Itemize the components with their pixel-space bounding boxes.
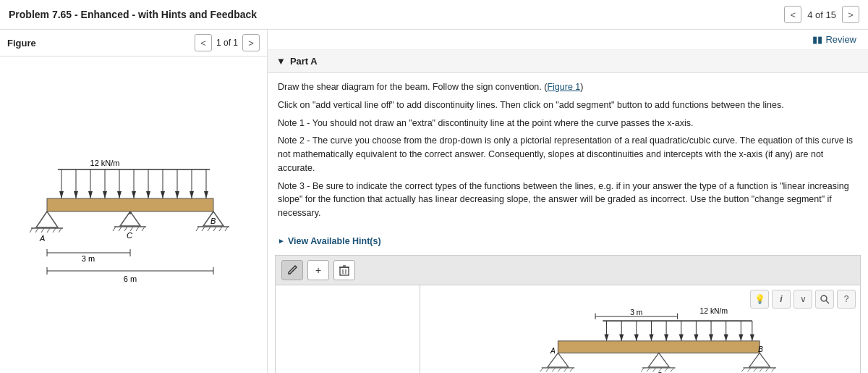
body: Figure < 1 of 1 > 12 kN/m	[0, 30, 868, 373]
svg-line-123	[772, 368, 775, 372]
hint-icon-button[interactable]: 💡	[750, 290, 769, 309]
info-icon-button[interactable]: i	[772, 290, 791, 309]
hint-link[interactable]: ► View Available Hint(s)	[268, 232, 868, 251]
collapse-icon[interactable]: ▼	[276, 56, 286, 67]
prev-problem-button[interactable]: <	[784, 6, 801, 23]
svg-marker-82	[664, 334, 668, 340]
plus-icon: +	[315, 264, 321, 276]
svg-marker-21	[190, 191, 194, 198]
svg-marker-74	[604, 334, 608, 340]
tool-icons-right: 💡 i ∨ ?	[750, 290, 856, 309]
expand-icon-button[interactable]: ∨	[793, 290, 812, 309]
svg-line-27	[30, 228, 33, 232]
svg-text:3 m: 3 m	[630, 308, 642, 316]
svg-marker-25	[36, 211, 58, 227]
svg-marker-88	[709, 334, 713, 340]
figure-label: Figure	[7, 38, 36, 49]
svg-marker-116	[749, 353, 770, 367]
mini-beam-svg: 12 kN/m 3 m	[420, 300, 860, 373]
note2: Note 2 - The curve you choose from the d…	[278, 134, 858, 175]
svg-line-102	[552, 368, 555, 372]
svg-line-42	[142, 227, 145, 231]
svg-line-114	[671, 368, 673, 372]
svg-line-38	[119, 227, 122, 231]
svg-marker-19	[175, 191, 179, 198]
svg-line-31	[53, 228, 56, 232]
review-label: Review	[825, 34, 856, 45]
magnify-icon	[820, 294, 830, 304]
svg-marker-6	[88, 191, 93, 198]
svg-line-37	[113, 227, 116, 231]
toolbar: +	[276, 256, 860, 285]
svg-text:3 m: 3 m	[81, 254, 94, 263]
svg-marker-2	[59, 191, 64, 198]
svg-line-49	[213, 227, 216, 231]
svg-marker-80	[649, 334, 653, 340]
svg-marker-17	[161, 191, 165, 198]
figure-panel: Figure < 1 of 1 > 12 kN/m	[0, 30, 268, 373]
svg-line-51	[225, 227, 228, 231]
svg-marker-86	[694, 334, 698, 340]
figure-content: 12 kN/m	[0, 56, 267, 373]
diagram-preview: 💡 i ∨ ? 12 kN/	[420, 285, 860, 373]
diagram-draw-area[interactable]	[276, 285, 420, 373]
review-bar: ▮▮ Review	[268, 30, 868, 50]
svg-line-112	[659, 368, 662, 372]
figure-header: Figure < 1 of 1 >	[0, 30, 267, 56]
svg-line-113	[665, 368, 668, 372]
help-icon-button[interactable]: ?	[837, 290, 856, 309]
tool-area: +	[275, 255, 861, 373]
figure-next-button[interactable]: >	[242, 34, 260, 51]
svg-marker-84	[679, 334, 684, 340]
svg-marker-12	[132, 191, 136, 198]
svg-line-100	[540, 368, 543, 372]
page-counter: 4 of 15	[807, 9, 836, 20]
pencil-button[interactable]	[281, 260, 303, 280]
figure-page-counter: 1 of 1	[216, 38, 238, 48]
svg-line-30	[47, 228, 50, 232]
svg-marker-107	[648, 353, 669, 367]
instruction-line2: Click on "add vertical line off" to add …	[278, 99, 858, 112]
svg-line-121	[760, 368, 762, 372]
svg-line-47	[202, 227, 205, 231]
svg-line-29	[41, 228, 44, 232]
trash-icon	[339, 264, 349, 276]
svg-text:B: B	[758, 345, 763, 353]
part-a-label: Part A	[290, 56, 318, 67]
figure-navigation: < 1 of 1 >	[195, 34, 260, 51]
svg-text:A: A	[39, 234, 45, 243]
svg-line-109	[641, 368, 644, 372]
svg-line-122	[765, 368, 768, 372]
pencil-icon	[286, 264, 298, 276]
review-button[interactable]: ▮▮ Review	[812, 34, 856, 45]
svg-marker-76	[619, 334, 624, 340]
svg-line-48	[208, 227, 210, 231]
svg-marker-4	[74, 191, 78, 198]
svg-marker-92	[739, 334, 743, 340]
delete-button[interactable]	[333, 260, 355, 280]
svg-line-111	[653, 368, 656, 372]
svg-line-46	[196, 227, 199, 231]
figure-link[interactable]: Figure 1	[547, 82, 580, 92]
figure-prev-button[interactable]: <	[195, 34, 212, 51]
svg-line-105	[570, 368, 573, 372]
header: Problem 7.65 - Enhanced - with Hints and…	[0, 0, 868, 30]
hint-label: View Available Hint(s)	[288, 236, 381, 246]
svg-text:12 kN/m: 12 kN/m	[700, 306, 728, 314]
svg-rect-96	[558, 341, 760, 353]
header-navigation: < 4 of 15 >	[784, 6, 859, 23]
svg-line-120	[754, 368, 757, 372]
svg-marker-23	[204, 191, 208, 198]
next-problem-button[interactable]: >	[842, 6, 859, 23]
svg-marker-78	[634, 334, 639, 340]
add-button[interactable]: +	[307, 260, 329, 280]
note1: Note 1 - You should not draw an "extra" …	[278, 117, 858, 130]
svg-line-110	[647, 368, 650, 372]
svg-line-50	[219, 227, 222, 231]
svg-line-104	[564, 368, 567, 372]
svg-text:C: C	[127, 231, 132, 240]
svg-marker-10	[117, 191, 122, 198]
svg-rect-61	[340, 267, 349, 275]
zoom-icon-button[interactable]	[815, 290, 834, 309]
svg-marker-90	[724, 334, 728, 340]
